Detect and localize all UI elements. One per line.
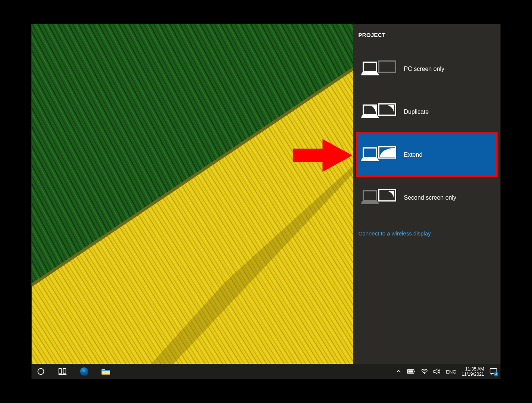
wifi-icon [420, 369, 428, 375]
project-option-label: Duplicate [404, 109, 429, 115]
task-view-icon [59, 368, 67, 375]
chevron-up-icon [396, 369, 401, 374]
speaker-icon [433, 369, 441, 375]
taskbar-app-file-explorer[interactable] [100, 366, 112, 377]
tray-language[interactable]: ENG [446, 369, 456, 374]
pc-screen-only-icon [362, 60, 397, 78]
project-panel: PROJECT PC screen only [353, 24, 501, 364]
svg-rect-18 [363, 191, 377, 201]
svg-rect-27 [102, 370, 110, 371]
tray-clock[interactable]: 11:35 AM 11/19/2021 [461, 366, 484, 377]
start-button[interactable] [35, 366, 47, 377]
svg-rect-12 [379, 61, 396, 72]
task-view-button[interactable] [57, 366, 68, 377]
svg-rect-22 [59, 369, 62, 374]
svg-rect-29 [414, 371, 415, 372]
project-option-duplicate[interactable]: Duplicate [356, 90, 498, 134]
svg-point-21 [38, 369, 44, 375]
tray-date: 11/19/2021 [461, 372, 484, 377]
svg-rect-23 [63, 369, 66, 374]
action-center-button[interactable]: 4 [489, 368, 498, 376]
desktop-area[interactable] [32, 24, 353, 364]
duplicate-icon [362, 103, 397, 121]
action-center-badge: 4 [494, 372, 498, 377]
tray-time: 11:35 AM [465, 366, 484, 372]
tray-volume[interactable] [433, 366, 441, 377]
project-option-extend[interactable]: Extend [356, 132, 498, 177]
edge-icon [80, 367, 89, 376]
svg-marker-34 [492, 374, 494, 375]
svg-rect-13 [363, 62, 377, 72]
project-option-label: Second screen only [404, 194, 457, 201]
tray-overflow-button[interactable] [395, 366, 402, 377]
wallpaper [32, 24, 353, 364]
extend-icon [362, 146, 397, 164]
project-option-pc-screen-only[interactable]: PC screen only [356, 47, 498, 91]
tray-wifi[interactable] [420, 366, 428, 377]
taskbar-app-edge[interactable] [79, 366, 90, 377]
project-title: PROJECT [359, 32, 386, 38]
connect-wireless-display-link[interactable]: Connect to a wireless display [359, 230, 431, 237]
svg-rect-30 [408, 371, 413, 373]
svg-marker-32 [434, 369, 437, 374]
taskbar[interactable]: ENG 11:35 AM 11/19/2021 4 [32, 364, 501, 379]
project-option-second-screen-only[interactable]: Second screen only [356, 175, 498, 220]
svg-rect-16 [363, 148, 377, 158]
svg-point-31 [424, 373, 425, 374]
tray-battery[interactable] [407, 366, 415, 377]
second-screen-only-icon [362, 189, 397, 207]
search-circle-icon [37, 368, 45, 375]
folder-icon [101, 368, 110, 375]
project-option-label: PC screen only [404, 66, 445, 72]
project-option-label: Extend [404, 151, 423, 158]
battery-icon [407, 369, 415, 374]
